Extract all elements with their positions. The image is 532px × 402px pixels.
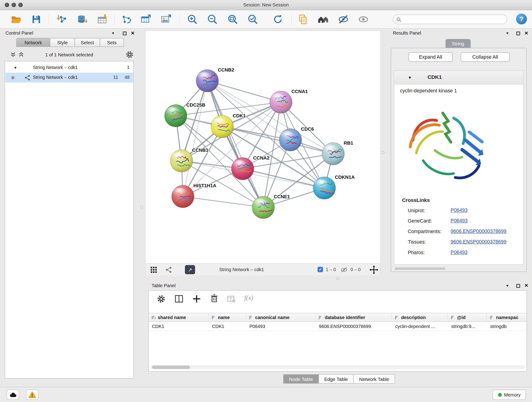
gear-icon[interactable] — [126, 51, 134, 59]
compartments-link[interactable]: 9606.ENSP00000378699 — [451, 229, 507, 234]
zoom-out-button[interactable] — [205, 12, 220, 27]
delete-column-trash-icon[interactable] — [210, 294, 219, 303]
network-edge[interactable] — [183, 196, 263, 207]
network-share-icon[interactable] — [165, 266, 172, 273]
tab-style[interactable]: Style — [50, 38, 75, 47]
genecard-link[interactable]: P06493 — [451, 218, 468, 223]
tissues-link[interactable]: 9606.ENSP00000378699 — [451, 239, 507, 245]
show-columns-icon[interactable] — [174, 294, 184, 303]
column-header[interactable]: database identifier — [316, 313, 392, 322]
tab-node-table[interactable]: Node Table — [283, 374, 319, 383]
table-row[interactable]: CDK1 CDK1 P06493 9606.ENSP00000378699 cy… — [149, 322, 527, 331]
warning-triangle-icon — [28, 391, 36, 399]
table-panel-title: Table Panel — [152, 283, 176, 288]
column-sort-icon — [249, 315, 253, 319]
network-edge[interactable] — [207, 81, 263, 207]
column-header[interactable]: namespac — [487, 313, 526, 322]
results-panel-close-icon[interactable]: × — [525, 30, 528, 37]
network-collection-row[interactable]: ▼ String Network – cdk1 1 — [6, 63, 133, 73]
network-node-CDK1[interactable]: CDK1 — [211, 113, 246, 138]
tab-sets[interactable]: Sets — [100, 38, 124, 47]
add-column-plus-icon[interactable] — [192, 294, 201, 303]
section-collapse-icon[interactable]: ▼ — [408, 75, 412, 80]
zoom-in-button[interactable] — [185, 12, 200, 27]
network-edge-count: 48 — [124, 75, 129, 80]
network-edge[interactable] — [243, 169, 324, 188]
memory-button[interactable]: Memory — [493, 390, 526, 400]
column-header[interactable]: name — [209, 313, 246, 322]
tree-expand-icon[interactable]: ▼ — [13, 65, 17, 70]
table-panel-float-icon[interactable]: ▾ — [506, 283, 508, 288]
tab-network-table[interactable]: Network Table — [353, 374, 395, 383]
node-label: CDC25B — [186, 102, 205, 108]
apply-preferred-layout-button[interactable] — [270, 12, 285, 27]
results-hscrollbar-thumb[interactable] — [394, 268, 445, 270]
table-panel: Table Panel ▾ × f(x) shared name name ca… — [146, 281, 532, 386]
import-network-database-button[interactable] — [74, 12, 89, 27]
open-session-button[interactable] — [8, 12, 23, 27]
bottom-splitter-handle[interactable] — [336, 277, 339, 280]
search-icon — [396, 17, 402, 22]
new-table-button[interactable] — [138, 12, 153, 27]
column-header[interactable]: shared name — [149, 313, 209, 322]
network-node-CCNA2[interactable]: CCNA2 — [231, 155, 269, 180]
table-panel-maximize-icon[interactable] — [516, 284, 520, 288]
warnings-button[interactable] — [26, 390, 38, 400]
network-node-CCNA1[interactable]: CCNA1 — [270, 89, 308, 114]
network-edge[interactable] — [207, 81, 281, 102]
gene-section-header[interactable]: ▼ CDK1 — [394, 71, 523, 84]
zoom-selected-button[interactable] — [245, 12, 260, 27]
column-header[interactable]: @id — [448, 313, 487, 322]
tab-edge-table[interactable]: Edge Table — [318, 374, 354, 383]
help-button[interactable]: ? — [516, 13, 527, 24]
control-panel-maximize-icon[interactable] — [123, 32, 127, 35]
right-splitter-handle[interactable] — [382, 151, 385, 154]
network-node-CCNE1[interactable]: CCNE1 — [252, 194, 290, 219]
hidden-eye-slash-icon[interactable] — [340, 267, 348, 273]
table-hscrollbar-thumb[interactable] — [152, 366, 190, 369]
collapse-all-button[interactable]: Collapse All — [461, 52, 510, 62]
expand-all-button[interactable]: Expand All — [409, 52, 453, 62]
network-node-CDKN1A[interactable]: CDKN1A — [313, 174, 355, 199]
show-all-button[interactable] — [356, 12, 371, 27]
network-canvas[interactable]: CCNB2CCNA1CDC25BCDK1CDC6RB1CCNB1CCNA2CDK… — [146, 31, 380, 263]
import-table-button[interactable] — [95, 12, 109, 27]
column-sort-icon — [490, 315, 494, 319]
zoom-fit-button[interactable] — [225, 12, 240, 27]
tab-string[interactable]: String — [445, 39, 471, 48]
table-hscrollbar-track[interactable] — [151, 365, 525, 369]
network-node-CCNB1[interactable]: CCNB1 — [170, 147, 208, 172]
network-arrows-icon — [121, 14, 132, 25]
left-splitter-handle[interactable] — [140, 206, 143, 208]
table-panel-close-icon[interactable]: × — [525, 282, 528, 289]
table-settings-gear-icon[interactable] — [157, 294, 166, 303]
hide-selected-button[interactable] — [336, 12, 351, 27]
cloud-status-button[interactable] — [7, 390, 19, 400]
save-session-button[interactable] — [29, 12, 44, 27]
tab-network[interactable]: Network — [16, 38, 50, 47]
pharos-link[interactable]: P06493 — [451, 249, 468, 255]
tab-select[interactable]: Select — [75, 38, 100, 47]
open-in-window-button[interactable]: ↗ — [185, 265, 195, 274]
column-header[interactable]: description — [392, 313, 448, 322]
export-image-button[interactable] — [158, 12, 173, 27]
network-node-RB1[interactable]: RB1 — [322, 140, 353, 165]
home-button[interactable] — [316, 12, 331, 27]
column-header[interactable]: canonical name — [246, 313, 316, 322]
control-panel-close-icon[interactable]: × — [131, 30, 135, 37]
new-network-from-selection-button[interactable] — [119, 12, 133, 27]
network-node-CCNB2[interactable]: CCNB2 — [196, 67, 234, 92]
selected-nodes-checkbox[interactable]: ✓ — [317, 267, 323, 272]
duplicate-network-button[interactable] — [296, 12, 310, 27]
network-row-selected[interactable]: String Network – cdk1 11 48 — [6, 73, 133, 83]
network-node-HIST1H1A[interactable]: HIST1H1A — [172, 183, 216, 208]
search-input[interactable] — [403, 15, 505, 24]
import-network-file-button[interactable] — [55, 12, 70, 27]
results-panel-float-icon[interactable]: ▾ — [506, 31, 508, 36]
results-panel-maximize-icon[interactable] — [516, 32, 520, 35]
birdseye-grid-icon[interactable] — [150, 266, 157, 273]
pan-crosshair-icon[interactable] — [370, 265, 379, 274]
uniprot-link[interactable]: P06493 — [451, 207, 468, 213]
control-panel-float-icon[interactable]: ▾ — [112, 31, 114, 36]
network-edge[interactable] — [183, 81, 207, 196]
